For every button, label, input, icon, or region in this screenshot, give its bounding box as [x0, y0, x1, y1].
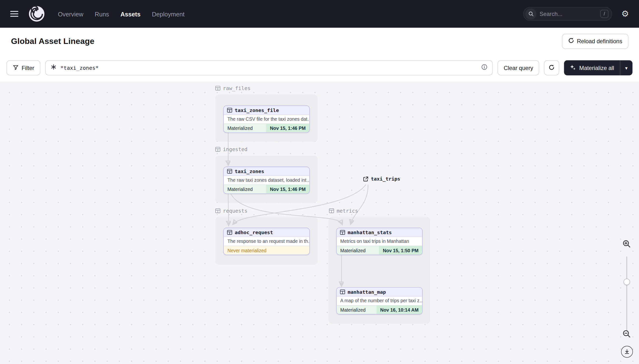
reload-definitions-button[interactable]: Reload definitions [562, 34, 628, 48]
zoom-slider-track [626, 256, 627, 331]
zoom-slider-handle[interactable] [623, 278, 630, 285]
zoom-slider[interactable] [623, 256, 630, 331]
nav-assets[interactable]: Assets [121, 10, 141, 18]
group-label-raw-files: raw_files [215, 85, 250, 91]
materialization-timestamp: Nov 15, 1:46 PM [266, 124, 309, 132]
external-link-icon [363, 176, 369, 182]
asset-description: The raw CSV file for the taxi zones dat… [224, 115, 309, 123]
status-label: Materialized [337, 307, 366, 312]
sparkle-icon [570, 64, 576, 72]
group-label-requests: requests [215, 208, 248, 214]
asset-description: The raw taxi zones dataset, loaded int… [224, 176, 309, 184]
zoom-out-icon[interactable] [620, 328, 633, 340]
asset-query-input[interactable] [60, 65, 478, 71]
dagster-logo-icon[interactable] [29, 6, 45, 22]
top-nav: Overview Runs Assets Deployment / ⚙ [0, 0, 639, 28]
materialization-timestamp: Nov 16, 10:14 AM [376, 306, 422, 314]
group-label-metrics: metrics [329, 208, 358, 214]
global-search[interactable]: / [523, 7, 612, 21]
asset-status-row: Materialized Nov 16, 10:14 AM [337, 305, 422, 314]
lineage-canvas[interactable]: raw_files ingested requests metrics taxi… [0, 82, 639, 364]
group-label-ingested: ingested [215, 146, 248, 152]
refresh-icon [549, 64, 555, 72]
filter-button[interactable]: Filter [7, 60, 40, 75]
asset-description: A map of the number of trips per taxi z… [337, 297, 422, 305]
materialization-timestamp: Nov 15, 1:46 PM [266, 185, 309, 193]
nav-deployment[interactable]: Deployment [152, 10, 185, 18]
lineage-edges [0, 82, 639, 364]
filter-funnel-icon [13, 64, 19, 72]
asset-status-row: Materialized Nov 15, 1:46 PM [224, 184, 309, 193]
materialize-all-button[interactable]: Materialize all [564, 60, 620, 75]
search-input[interactable] [539, 10, 597, 17]
table-icon [329, 208, 334, 214]
nav-runs[interactable]: Runs [95, 10, 109, 18]
refresh-graph-button[interactable] [544, 60, 559, 75]
table-icon [215, 208, 221, 214]
asset-graph-icon [51, 64, 57, 72]
clear-query-button[interactable]: Clear query [497, 60, 539, 75]
table-icon [227, 230, 232, 235]
asset-node-manhattan-stats[interactable]: manhattan_stats Metrics on taxi trips in… [336, 228, 423, 255]
materialize-dropdown-chevron-icon[interactable]: ▾ [620, 60, 632, 75]
asset-node-adhoc-request[interactable]: adhoc_request The response to an request… [223, 228, 310, 255]
materialize-all-group: Materialize all ▾ [564, 60, 632, 75]
page-header: Global Asset Lineage Reload definitions [0, 28, 639, 54]
table-icon [227, 169, 232, 174]
status-label: Never materialized [224, 248, 266, 253]
asset-node-taxi-zones[interactable]: taxi_zones The raw taxi zones dataset, l… [223, 166, 310, 194]
asset-selection-query[interactable] [46, 60, 493, 75]
table-icon [215, 86, 221, 91]
refresh-icon [568, 38, 574, 45]
download-image-icon[interactable] [621, 346, 633, 358]
zoom-in-icon[interactable] [620, 238, 633, 250]
menu-icon[interactable] [7, 6, 22, 22]
external-asset-taxi-trips[interactable]: taxi_trips [363, 176, 400, 182]
settings-gear-icon[interactable]: ⚙ [618, 6, 632, 21]
status-label: Materialized [337, 248, 366, 253]
info-icon[interactable] [481, 64, 487, 72]
asset-status-row: Materialized Nov 15, 1:50 PM [337, 246, 422, 255]
status-label: Materialized [224, 187, 253, 192]
asset-description: The response to an request made in th… [224, 237, 309, 246]
status-label: Materialized [224, 126, 253, 130]
materialization-timestamp: Nov 15, 1:50 PM [379, 246, 422, 254]
table-icon [215, 147, 221, 152]
search-shortcut-badge: / [600, 10, 608, 18]
dagster-app: Overview Runs Assets Deployment / ⚙ Glob… [0, 0, 639, 364]
lineage-toolbar: Filter Clear query Materialize all [0, 60, 639, 75]
table-icon [340, 230, 345, 235]
asset-node-manhattan-map[interactable]: manhattan_map A map of the number of tri… [336, 287, 423, 314]
table-icon [340, 289, 345, 294]
page-title: Global Asset Lineage [11, 36, 95, 46]
asset-status-row: Materialized Nov 15, 1:46 PM [224, 123, 309, 132]
table-icon [227, 108, 232, 113]
primary-nav: Overview Runs Assets Deployment [58, 10, 185, 18]
nav-overview[interactable]: Overview [58, 10, 83, 18]
asset-status-row: Never materialized [224, 246, 309, 255]
search-icon [525, 8, 536, 20]
asset-description: Metrics on taxi trips in Manhattan [337, 237, 422, 246]
asset-node-taxi-zones-file[interactable]: taxi_zones_file The raw CSV file for the… [223, 106, 310, 133]
